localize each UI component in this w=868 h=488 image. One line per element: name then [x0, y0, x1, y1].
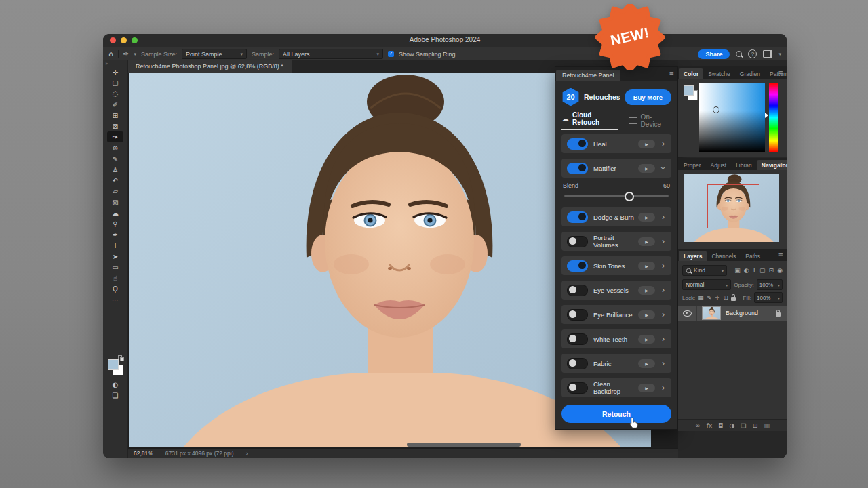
- panel-tab[interactable]: Swatche: [703, 68, 735, 79]
- play-button[interactable]: [638, 237, 655, 246]
- toggle-switch[interactable]: [567, 382, 588, 394]
- help-icon[interactable]: ?: [748, 49, 757, 58]
- retouch-tool-row[interactable]: Portrait Volumes: [561, 232, 671, 251]
- tool-button[interactable]: ▢: [107, 77, 123, 88]
- show-sampling-ring-checkbox[interactable]: ✓: [388, 51, 394, 57]
- blend-slider-knob[interactable]: [625, 192, 634, 201]
- filter-icon[interactable]: ▢: [760, 267, 766, 274]
- tool-button[interactable]: ▱: [107, 186, 123, 197]
- layers-action-icon[interactable]: ◘: [718, 422, 723, 429]
- panel-menu-icon[interactable]: ≡: [778, 69, 783, 76]
- panel-tab[interactable]: Paths: [741, 251, 765, 261]
- panel-tab[interactable]: Color: [679, 68, 703, 79]
- sample-size-dropdown[interactable]: Point Sample ▾: [182, 49, 247, 59]
- play-button[interactable]: [638, 164, 655, 173]
- tool-button[interactable]: T: [107, 240, 123, 251]
- navigator-thumbnail[interactable]: [684, 174, 779, 242]
- play-button[interactable]: [638, 359, 655, 368]
- tool-button[interactable]: ❏: [107, 390, 123, 401]
- opacity-field[interactable]: 100% ▾: [757, 279, 783, 290]
- layer-row-background[interactable]: Background: [678, 306, 787, 321]
- tool-button[interactable]: ⚲: [107, 218, 123, 229]
- tool-button[interactable]: ▭: [107, 262, 123, 272]
- panel-tab[interactable]: Librari: [731, 160, 757, 170]
- zoom-level[interactable]: 62,81%: [134, 450, 153, 457]
- tool-button[interactable]: ↶: [107, 175, 123, 186]
- retouch4me-panel-tab[interactable]: Retouch4me Panel: [556, 70, 620, 81]
- play-button[interactable]: [638, 310, 655, 319]
- status-chevron-icon[interactable]: ›: [246, 450, 248, 457]
- tool-button[interactable]: ⊠: [107, 121, 123, 131]
- lock-icon[interactable]: ▦: [698, 294, 703, 301]
- toggle-switch[interactable]: [567, 236, 588, 247]
- panel-tab[interactable]: Layers: [679, 251, 707, 261]
- lock-icon[interactable]: ⊞: [723, 294, 728, 301]
- tool-button[interactable]: ✎: [107, 153, 123, 164]
- toggle-switch[interactable]: [567, 285, 588, 296]
- filter-icon[interactable]: ⊡: [769, 267, 774, 274]
- hue-slider-pointer[interactable]: [765, 113, 768, 118]
- blend-mode-dropdown[interactable]: Normal ▾: [682, 279, 731, 290]
- tool-button[interactable]: Ϙ: [107, 283, 123, 294]
- layer-thumbnail[interactable]: [702, 306, 721, 320]
- play-button[interactable]: [638, 262, 655, 270]
- chevron-right-icon[interactable]: [660, 238, 666, 245]
- chevron-right-icon[interactable]: [660, 214, 666, 220]
- tool-button[interactable]: ⋯: [107, 294, 123, 305]
- filter-icon[interactable]: T: [753, 267, 757, 274]
- chevron-right-icon[interactable]: [660, 262, 666, 269]
- toggle-switch[interactable]: [567, 163, 588, 174]
- panel-tab[interactable]: Gradien: [735, 68, 765, 79]
- tool-button[interactable]: ✐: [107, 99, 123, 110]
- layer-visibility-eye-icon[interactable]: [683, 310, 692, 317]
- tab-cloud-retouch[interactable]: ☁ Cloud Retouch: [561, 111, 618, 130]
- panel-menu-icon[interactable]: ≡: [778, 161, 783, 167]
- filter-icon[interactable]: ▣: [734, 267, 741, 274]
- share-button[interactable]: Share: [698, 49, 730, 59]
- panel-tab[interactable]: Adjust: [706, 160, 732, 170]
- sample-dropdown[interactable]: All Layers ▾: [279, 49, 383, 59]
- navigator-view-rectangle[interactable]: [707, 184, 760, 228]
- play-button[interactable]: [638, 335, 655, 344]
- chevron-down-icon[interactable]: ▾: [134, 52, 136, 57]
- panel-menu-icon[interactable]: ≡: [669, 70, 674, 77]
- chevron-right-icon[interactable]: [660, 165, 667, 171]
- tool-button[interactable]: ✑: [107, 131, 123, 142]
- layers-action-icon[interactable]: ⊞: [753, 422, 758, 429]
- foreground-color-swatch[interactable]: [108, 359, 119, 370]
- tool-button[interactable]: ☁: [107, 207, 123, 218]
- workspace-icon[interactable]: [763, 50, 772, 58]
- chevron-right-icon[interactable]: [660, 384, 666, 391]
- tool-button[interactable]: ◌: [107, 88, 123, 99]
- tool-button[interactable]: ◐: [107, 379, 123, 390]
- retouch-tool-row[interactable]: Mattifier: [561, 159, 671, 178]
- eyedropper-icon[interactable]: ✑: [123, 50, 129, 58]
- tool-button[interactable]: ♙: [107, 164, 123, 175]
- lock-all-icon[interactable]: [731, 297, 736, 301]
- color-picker-marker[interactable]: [713, 106, 719, 113]
- chevron-right-icon[interactable]: [660, 287, 666, 293]
- color-swatches[interactable]: [107, 359, 123, 376]
- retouch-tool-row[interactable]: Eye Vessels: [561, 281, 671, 300]
- layers-action-icon[interactable]: fx: [707, 422, 713, 429]
- play-button[interactable]: [638, 286, 655, 295]
- chevron-right-icon[interactable]: [660, 336, 666, 342]
- toggle-switch[interactable]: [567, 358, 588, 369]
- foreground-color-swatch[interactable]: [684, 85, 694, 96]
- chevron-right-icon[interactable]: [660, 311, 666, 318]
- chevron-right-icon[interactable]: [660, 140, 666, 147]
- retouch-tool-row[interactable]: Eye Brilliance: [561, 305, 671, 324]
- toggle-switch[interactable]: [567, 260, 588, 272]
- default-colors-icon[interactable]: [118, 355, 123, 361]
- tool-button[interactable]: ▧: [107, 197, 123, 207]
- layer-filter-dropdown[interactable]: Kind ▾: [682, 265, 727, 276]
- document-tab[interactable]: Retouch4me Photoshop Panel.jpg @ 62,8% (…: [127, 60, 292, 73]
- expand-toolbar-icon[interactable]: »: [103, 61, 108, 66]
- tool-button[interactable]: ➤: [107, 251, 123, 262]
- retouch-tool-row[interactable]: Clean Backdrop: [561, 378, 671, 397]
- hue-slider[interactable]: [769, 83, 778, 152]
- filter-icon[interactable]: ◉: [777, 267, 783, 274]
- retouch-tool-row[interactable]: Dodge & Burn: [561, 207, 671, 226]
- home-icon[interactable]: ⌂: [108, 49, 113, 58]
- lock-icon[interactable]: ✛: [715, 294, 719, 301]
